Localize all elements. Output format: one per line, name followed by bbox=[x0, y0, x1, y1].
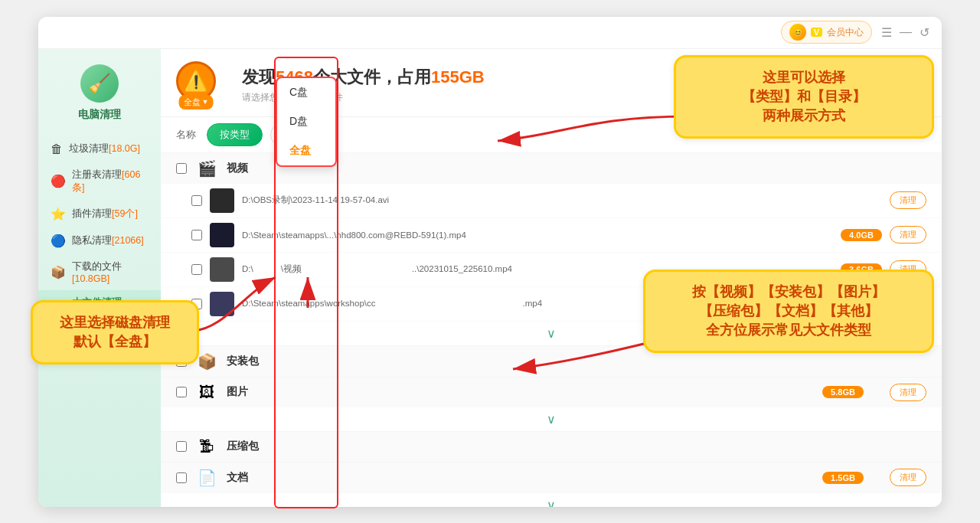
member-center-button[interactable]: 😊 V 会员中心 bbox=[781, 21, 872, 44]
menu-icon[interactable]: ☰ bbox=[881, 25, 892, 40]
chevron-down-icon: ▼ bbox=[202, 98, 209, 106]
toolbar-label: 名称 bbox=[176, 128, 196, 142]
archive-icon: 🗜 bbox=[196, 438, 217, 456]
member-level-icon: V bbox=[811, 28, 822, 37]
image-clean-button[interactable]: 清理 bbox=[890, 384, 926, 401]
trash-icon: 🗑 bbox=[51, 142, 63, 156]
registry-icon: 🔴 bbox=[51, 174, 66, 188]
disk-dropdown: C盘 D盘 全盘 bbox=[276, 77, 337, 167]
sidebar-item-download[interactable]: 📦 下载的文件[10.8GB] bbox=[38, 254, 161, 290]
document-category-header[interactable]: 📄 文档 1.5GB 清理 bbox=[161, 463, 942, 493]
disk-option-all[interactable]: 全盘 bbox=[277, 136, 335, 165]
table-row: D:\OBS录制\2023-11-14 19-57-04.avi 清理 bbox=[161, 184, 942, 218]
callout-type-dir: 这里可以选择 【类型】和【目录】 两种展示方式 bbox=[674, 55, 934, 139]
file-thumb bbox=[210, 223, 234, 247]
privacy-icon: 🔵 bbox=[51, 234, 66, 248]
sidebar-logo: 🧹 电脑清理 bbox=[78, 64, 121, 121]
sidebar-item-plugin[interactable]: ⭐ 插件清理[59个] bbox=[38, 201, 161, 227]
app-title: 电脑清理 bbox=[78, 107, 121, 121]
file-thumb bbox=[210, 188, 234, 213]
titlebar: 😊 V 会员中心 ☰ — ↺ bbox=[38, 17, 942, 49]
file-checkbox[interactable] bbox=[191, 195, 202, 206]
image-category-checkbox[interactable] bbox=[176, 387, 187, 397]
document-icon: 📄 bbox=[196, 469, 217, 487]
file-checkbox[interactable] bbox=[191, 230, 202, 240]
file-path: D:\OBS录制\2023-11-14 19-57-04.avi bbox=[242, 194, 813, 206]
callout-disk-selection: 这里选择磁盘清理 默认【全盘】 bbox=[31, 300, 199, 364]
disk-option-c[interactable]: C盘 bbox=[277, 78, 335, 107]
archive-category-header[interactable]: 🗜 压缩包 bbox=[161, 432, 942, 462]
file-path: D:\Steam\steamapps\...\hhd800.com@REBD-5… bbox=[242, 230, 833, 240]
sidebar: 🧹 电脑清理 🗑 垃圾清理[18.0G] 🔴 注册表清理[606条] ⭐ 插件清… bbox=[38, 49, 161, 507]
disk-option-d[interactable]: D盘 bbox=[277, 107, 335, 136]
archive-category-name: 压缩包 bbox=[227, 440, 572, 453]
image-icon: 🖼 bbox=[196, 384, 217, 401]
image-view-more[interactable]: ∨ bbox=[161, 407, 942, 431]
window-controls: ☰ — ↺ bbox=[881, 25, 929, 40]
document-category-checkbox[interactable] bbox=[176, 472, 187, 483]
header-title-prefix: 发现 bbox=[242, 67, 276, 87]
file-size-badge: 4.0GB bbox=[841, 229, 882, 241]
chevron-down-icon: ∨ bbox=[547, 498, 556, 507]
sidebar-nav: 🗑 垃圾清理[18.0G] 🔴 注册表清理[606条] ⭐ 插件清理[59个] … bbox=[38, 136, 161, 326]
document-size-badge: 1.5GB bbox=[822, 472, 864, 484]
plugin-icon: ⭐ bbox=[51, 207, 66, 221]
sidebar-item-privacy[interactable]: 🔵 隐私清理[21066] bbox=[38, 227, 161, 254]
by-type-button[interactable]: 按类型 bbox=[207, 123, 263, 146]
image-category-header[interactable]: 🖼 图片 5.8GB 清理 bbox=[161, 378, 942, 407]
chevron-down-icon: ∨ bbox=[547, 326, 556, 341]
image-category: 🖼 图片 5.8GB 清理 ∨ bbox=[161, 378, 942, 432]
member-avatar: 😊 bbox=[789, 24, 806, 41]
image-category-name: 图片 bbox=[227, 385, 515, 399]
sidebar-item-registry[interactable]: 🔴 注册表清理[606条] bbox=[38, 162, 161, 201]
callout-categories: 按【视频】【安装包】【图片】 【压缩包】【文档】【其他】 全方位展示常见大文件类… bbox=[643, 270, 934, 354]
file-thumb bbox=[210, 292, 234, 316]
restore-icon[interactable]: ↺ bbox=[920, 25, 929, 40]
file-size: 155GB bbox=[431, 67, 485, 87]
warning-icon: ⚠️ 全盘 ▼ bbox=[176, 61, 216, 101]
table-row: D:\Steam\steamapps\...\hhd800.com@REBD-5… bbox=[161, 218, 942, 253]
disk-selector-button[interactable]: 全盘 ▼ bbox=[179, 95, 214, 110]
video-category-checkbox[interactable] bbox=[176, 163, 187, 174]
file-checkbox[interactable] bbox=[191, 264, 202, 275]
installer-category-name: 安装包 bbox=[227, 355, 567, 368]
sidebar-item-trash[interactable]: 🗑 垃圾清理[18.0G] bbox=[38, 136, 161, 162]
document-clean-button[interactable]: 清理 bbox=[890, 469, 926, 486]
document-view-more[interactable]: ∨ bbox=[161, 493, 942, 507]
file-thumb bbox=[210, 257, 234, 282]
document-category-name: 文档 bbox=[227, 471, 515, 485]
image-size-badge: 5.8GB bbox=[822, 386, 864, 398]
archive-category-checkbox[interactable] bbox=[176, 441, 187, 452]
video-icon: 🎬 bbox=[196, 159, 217, 178]
archive-category: 🗜 压缩包 bbox=[161, 432, 942, 463]
installer-icon: 📦 bbox=[196, 352, 217, 371]
member-label: 会员中心 bbox=[827, 26, 864, 39]
minimize-icon[interactable]: — bbox=[900, 25, 912, 39]
warning-container: ⚠️ 全盘 ▼ bbox=[176, 61, 224, 109]
download-icon: 📦 bbox=[51, 265, 66, 279]
file-clean-button[interactable]: 清理 bbox=[890, 226, 926, 244]
avatar-emoji: 😊 bbox=[793, 28, 802, 37]
file-clean-button[interactable]: 清理 bbox=[890, 191, 926, 209]
chevron-down-icon: ∨ bbox=[547, 412, 556, 427]
app-logo-icon: 🧹 bbox=[80, 64, 119, 103]
document-category: 📄 文档 1.5GB 清理 ∨ bbox=[161, 463, 942, 507]
